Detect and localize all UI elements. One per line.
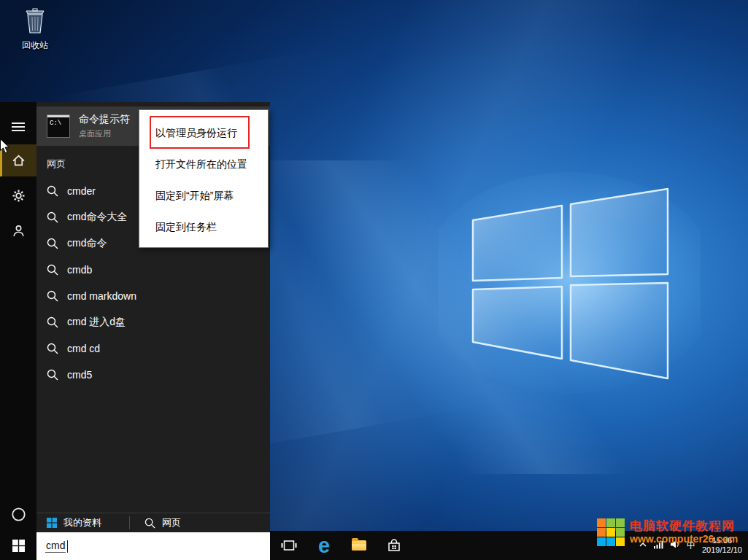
menu-item-pin-to-taskbar[interactable]: 固定到任务栏 bbox=[139, 211, 268, 243]
suggestion-item[interactable]: cmdb bbox=[36, 257, 270, 283]
desktop-screen: 回收站 e bbox=[0, 0, 748, 560]
menu-item-run-as-admin[interactable]: 以管理员身份运行 bbox=[139, 117, 268, 149]
web-section-header: 网页 bbox=[47, 158, 66, 171]
search-icon bbox=[47, 290, 58, 302]
windows-logo-icon bbox=[12, 540, 25, 552]
windows-hero-logo bbox=[438, 168, 701, 401]
store-bag-icon bbox=[387, 538, 401, 553]
suggestion-item[interactable]: cmd5 bbox=[36, 362, 270, 388]
menu-item-open-file-location[interactable]: 打开文件所在的位置 bbox=[139, 149, 268, 180]
edge-browser-button[interactable]: e bbox=[306, 531, 342, 560]
search-panel-sidebar bbox=[0, 102, 36, 560]
store-button[interactable] bbox=[377, 531, 412, 560]
watermark: 电脑软硬件教程网 www.computer26.com bbox=[597, 518, 738, 546]
hamburger-icon bbox=[12, 122, 25, 132]
watermark-site-url: www.computer26.com bbox=[630, 534, 738, 545]
search-icon bbox=[47, 343, 58, 354]
search-icon bbox=[47, 369, 58, 381]
windows-logo-icon bbox=[47, 518, 57, 528]
search-icon bbox=[47, 264, 58, 276]
suggestion-item[interactable]: cmd 进入d盘 bbox=[36, 309, 270, 335]
recycle-bin-label: 回收站 bbox=[9, 39, 61, 52]
file-explorer-button[interactable] bbox=[342, 531, 377, 560]
clock-date: 2019/12/10 bbox=[702, 545, 742, 555]
menu-item-pin-to-start[interactable]: 固定到“开始”屏幕 bbox=[139, 180, 268, 211]
start-button[interactable] bbox=[0, 531, 36, 560]
my-stuff-button[interactable]: 我的资料 bbox=[36, 513, 112, 533]
recycle-bin-icon[interactable]: 回收站 bbox=[9, 6, 61, 52]
suggestion-item[interactable]: cmd markdown bbox=[36, 283, 270, 309]
web-search-button[interactable]: 网页 bbox=[134, 513, 191, 533]
context-menu: 以管理员身份运行 打开文件所在的位置 固定到“开始”屏幕 固定到任务栏 bbox=[139, 109, 269, 248]
task-view-button[interactable] bbox=[271, 531, 306, 560]
cortana-button[interactable] bbox=[0, 502, 36, 526]
suggestion-item[interactable]: cmd cd bbox=[36, 335, 270, 362]
edge-icon: e bbox=[318, 535, 330, 556]
recycle-bin-glyph bbox=[20, 6, 50, 35]
search-input-value: cmd bbox=[45, 540, 66, 553]
command-prompt-icon: C:\ bbox=[47, 114, 70, 138]
folder-icon bbox=[352, 540, 366, 551]
mouse-cursor bbox=[0, 139, 10, 154]
search-icon bbox=[47, 238, 58, 249]
person-icon bbox=[12, 225, 25, 237]
search-icon bbox=[47, 211, 58, 223]
search-icon bbox=[144, 518, 155, 529]
footer-divider bbox=[129, 516, 130, 529]
top-result-subtitle: 桌面应用 bbox=[79, 128, 130, 139]
top-result-title: 命令提示符 bbox=[79, 113, 130, 126]
sidebar-item-settings[interactable] bbox=[0, 179, 36, 211]
search-icon bbox=[47, 316, 58, 328]
home-icon bbox=[12, 155, 25, 166]
watermark-logo bbox=[597, 518, 625, 546]
text-caret bbox=[67, 540, 68, 553]
watermark-site-name: 电脑软硬件教程网 bbox=[630, 520, 738, 534]
search-icon bbox=[47, 185, 58, 197]
search-input[interactable]: cmd bbox=[36, 532, 270, 560]
task-view-icon bbox=[281, 539, 297, 552]
search-footer: 我的资料 网页 bbox=[36, 513, 270, 532]
cortana-circle-icon bbox=[11, 507, 26, 522]
sidebar-item-feedback[interactable] bbox=[0, 214, 36, 246]
gear-icon bbox=[12, 190, 25, 202]
